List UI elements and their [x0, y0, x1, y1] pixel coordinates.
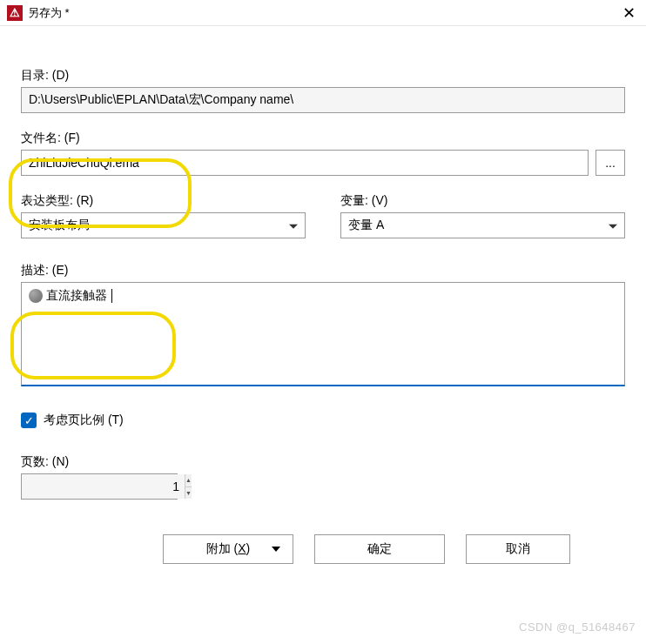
add-button[interactable]: 附加 (X): [163, 534, 293, 564]
directory-group: 目录: (D): [21, 68, 625, 113]
dialog-content: 目录: (D) 文件名: (F) ... 表达类型: (R) 安装板布局 变量:…: [0, 26, 646, 564]
variable-select[interactable]: 变量 A: [340, 212, 625, 238]
variable-group: 变量: (V) 变量 A: [340, 193, 625, 238]
description-input[interactable]: 直流接触器: [21, 282, 625, 386]
express-type-select[interactable]: 安装板布局: [21, 212, 306, 238]
filename-input[interactable]: [21, 150, 589, 176]
consider-scale-row: ✓ 考虑页比例 (T): [21, 413, 625, 428]
window-title: 另存为 *: [28, 5, 70, 21]
globe-icon: [29, 289, 43, 303]
add-suffix: ): [246, 541, 251, 555]
close-icon[interactable]: ✕: [622, 3, 636, 23]
spinner-down-icon[interactable]: ▼: [185, 487, 192, 500]
pages-group: 页数: (N) ▲ ▼: [21, 454, 625, 500]
titlebar: ⚠ 另存为 * ✕: [0, 0, 646, 26]
watermark: CSDN @q_51648467: [519, 621, 636, 634]
consider-scale-label: 考虑页比例 (T): [44, 413, 124, 428]
express-type-value: 安装板布局: [29, 218, 90, 233]
button-row: 附加 (X) 确定 取消: [21, 534, 625, 564]
express-type-group: 表达类型: (R) 安装板布局: [21, 193, 306, 238]
cancel-button[interactable]: 取消: [466, 534, 570, 564]
app-icon: ⚠: [7, 5, 23, 21]
filename-label: 文件名: (F): [21, 131, 625, 146]
pages-spinner[interactable]: ▲ ▼: [21, 473, 178, 500]
express-type-label: 表达类型: (R): [21, 193, 306, 209]
description-group: 描述: (E) 直流接触器: [21, 263, 625, 386]
pages-label: 页数: (N): [21, 454, 625, 470]
text-caret: [111, 289, 112, 303]
add-prefix: 附加 (: [206, 541, 239, 555]
filename-group: 文件名: (F) ...: [21, 131, 625, 176]
ok-button[interactable]: 确定: [314, 534, 445, 564]
add-key: X: [238, 541, 246, 555]
variable-label: 变量: (V): [340, 193, 625, 209]
description-value: 直流接触器: [46, 288, 107, 304]
consider-scale-checkbox[interactable]: ✓: [21, 413, 37, 428]
browse-button[interactable]: ...: [596, 150, 625, 176]
description-label: 描述: (E): [21, 263, 625, 278]
directory-input[interactable]: [21, 87, 625, 113]
directory-label: 目录: (D): [21, 68, 625, 84]
variable-value: 变量 A: [348, 218, 384, 233]
spinner-up-icon[interactable]: ▲: [185, 474, 192, 487]
pages-input[interactable]: [22, 474, 185, 499]
